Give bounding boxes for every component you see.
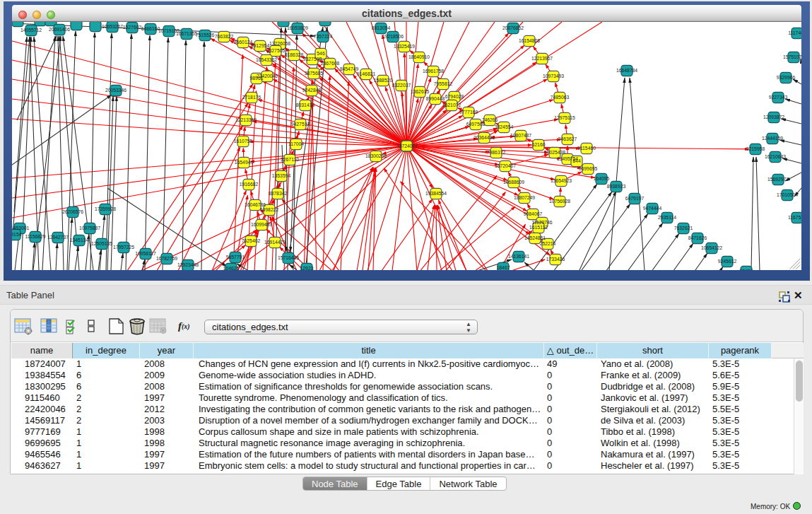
svg-text:104621: 104621 [223, 266, 240, 270]
svg-text:92450: 92450 [740, 269, 753, 270]
svg-text:15720407: 15720407 [495, 163, 516, 168]
svg-text:164095: 164095 [594, 176, 610, 181]
svg-text:18807249: 18807249 [514, 195, 535, 200]
svg-text:13226058: 13226058 [269, 41, 290, 46]
svg-text:1588520: 1588520 [374, 78, 393, 83]
svg-text:1621072: 1621072 [442, 103, 461, 107]
svg-text:15716485: 15716485 [278, 255, 299, 260]
svg-text:26206576: 26206576 [62, 209, 83, 214]
svg-text:18467: 18467 [497, 265, 510, 270]
svg-text:9245612: 9245612 [718, 259, 737, 264]
svg-text:17957225: 17957225 [113, 245, 134, 250]
svg-text:7515526: 7515526 [196, 33, 215, 37]
svg-text:9474444: 9474444 [643, 206, 662, 211]
svg-text:7357224: 7357224 [314, 34, 333, 39]
svg-text:7986372: 7986372 [487, 150, 506, 155]
svg-text:12213967: 12213967 [531, 56, 553, 61]
svg-text:1615112: 1615112 [529, 225, 548, 230]
svg-text:2367608: 2367608 [321, 61, 340, 66]
svg-text:(x): (x) [182, 322, 190, 331]
svg-text:12923448: 12923448 [177, 262, 199, 267]
svg-text:252214: 252214 [540, 241, 556, 246]
svg-text:7485063: 7485063 [551, 95, 570, 100]
svg-text:10654122: 10654122 [701, 245, 722, 250]
svg-text:16053809: 16053809 [287, 25, 308, 30]
svg-text:9146821: 9146821 [357, 71, 376, 76]
svg-text:12505135: 12505135 [91, 241, 112, 246]
svg-text:6479197: 6479197 [625, 196, 645, 201]
svg-text:10973493: 10973493 [543, 74, 564, 78]
svg-text:8186328: 8186328 [285, 52, 304, 57]
svg-text:17010504: 17010504 [777, 192, 798, 197]
svg-text:1733426: 1733426 [546, 257, 565, 262]
svg-text:8660124: 8660124 [234, 40, 253, 45]
svg-text:8938923: 8938923 [607, 184, 626, 189]
svg-text:1362615: 1362615 [411, 89, 430, 94]
svg-text:12093872: 12093872 [763, 115, 784, 119]
svg-text:16782759: 16782759 [156, 256, 177, 261]
svg-text:9427512: 9427512 [291, 122, 310, 127]
svg-text:1345134: 1345134 [70, 238, 89, 243]
svg-text:546: 546 [317, 51, 325, 56]
svg-text:9463627: 9463627 [558, 136, 577, 141]
svg-text:16046786: 16046786 [245, 202, 266, 207]
svg-text:14524851: 14524851 [524, 235, 546, 240]
svg-text:1527602: 1527602 [123, 25, 142, 30]
svg-text:7632621: 7632621 [674, 226, 693, 230]
svg-text:11156829: 11156829 [25, 234, 45, 239]
svg-text:13654923: 13654923 [551, 178, 572, 183]
svg-text:1453001: 1453001 [12, 226, 29, 230]
svg-text:12213369: 12213369 [235, 117, 257, 122]
svg-text:1353594: 1353594 [272, 173, 291, 178]
svg-text:8031414: 8031414 [296, 103, 315, 107]
svg-text:16914479: 16914479 [264, 240, 286, 245]
svg-text:20691406: 20691406 [49, 27, 70, 32]
svg-text:16154808: 16154808 [519, 38, 540, 43]
svg-text:10975887: 10975887 [79, 226, 100, 230]
svg-text:1916682: 1916682 [240, 182, 259, 187]
svg-text:746266: 746266 [482, 117, 498, 122]
svg-text:8471626: 8471626 [688, 235, 707, 240]
svg-text:13325419: 13325419 [394, 44, 415, 49]
svg-text:20876852: 20876852 [502, 25, 524, 30]
svg-text:0699695: 0699695 [579, 166, 598, 171]
svg-text:9115460: 9115460 [577, 146, 596, 151]
svg-text:12942737: 12942737 [47, 235, 69, 240]
svg-text:17359928: 17359928 [95, 206, 116, 211]
svg-text:9777169: 9777169 [459, 110, 478, 115]
svg-text:3267110: 3267110 [281, 157, 299, 162]
svg-text:18724007: 18724007 [396, 144, 418, 148]
svg-text:16210643: 16210643 [765, 154, 786, 159]
svg-text:3824554: 3824554 [495, 124, 514, 129]
svg-text:14136141: 14136141 [508, 254, 529, 259]
svg-text:18300295: 18300295 [365, 153, 387, 158]
svg-text:16543362: 16543362 [256, 57, 277, 62]
svg-text:9327505: 9327505 [266, 48, 286, 53]
svg-text:6497508: 6497508 [466, 122, 486, 127]
svg-text:9242848: 9242848 [302, 88, 322, 93]
svg-text:9084067: 9084067 [524, 211, 543, 216]
svg-text:9329966: 9329966 [777, 75, 796, 80]
svg-text:14055712: 14055712 [20, 28, 42, 33]
svg-text:16961758: 16961758 [423, 69, 444, 74]
svg-text:10807487: 10807487 [510, 133, 531, 138]
svg-text:6794028: 6794028 [445, 94, 464, 99]
svg-text:12975115: 12975115 [554, 115, 575, 120]
svg-text:16648784: 16648784 [616, 68, 637, 73]
svg-text:10025438: 10025438 [544, 150, 565, 155]
svg-text:10653267: 10653267 [102, 24, 123, 29]
svg-text:19218506: 19218506 [382, 34, 404, 39]
svg-text:10756928: 10756928 [549, 199, 570, 204]
svg-text:1167534: 1167534 [788, 215, 801, 220]
svg-text:10958117: 10958117 [135, 251, 156, 256]
svg-text:8215958: 8215958 [746, 146, 765, 151]
svg-text:20053346: 20053346 [105, 88, 126, 93]
svg-text:16099489: 16099489 [251, 222, 272, 227]
svg-text:16671355: 16671355 [176, 31, 197, 36]
svg-text:9327508: 9327508 [303, 57, 322, 62]
svg-text:7955812: 7955812 [434, 81, 453, 86]
svg-text:12444159: 12444159 [762, 136, 783, 141]
svg-text:6466160: 6466160 [141, 26, 160, 31]
svg-text:23420046: 23420046 [257, 74, 278, 78]
svg-text:5498222: 5498222 [260, 207, 279, 212]
